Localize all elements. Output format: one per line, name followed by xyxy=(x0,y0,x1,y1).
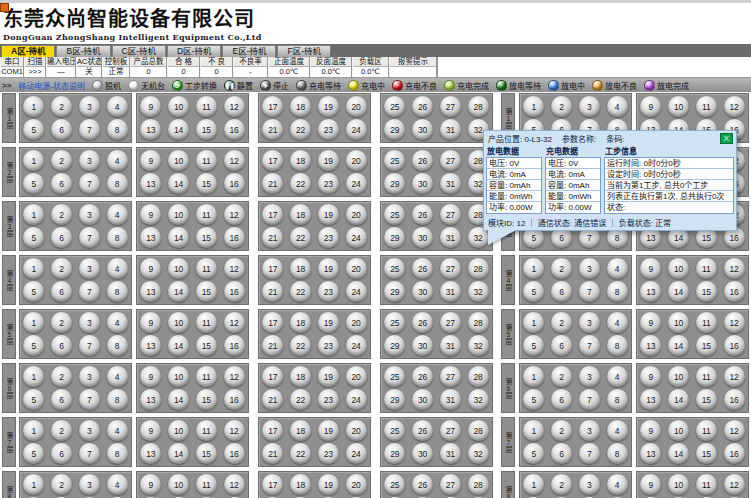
battery-cell[interactable]: 3 xyxy=(579,366,600,387)
battery-cell[interactable]: 11 xyxy=(196,150,217,171)
battery-cell[interactable]: 2 xyxy=(51,474,72,495)
battery-cell[interactable]: 24 xyxy=(346,443,367,464)
battery-cell[interactable]: 32 xyxy=(468,281,489,302)
popup-close-button[interactable]: X xyxy=(720,133,733,144)
battery-cell[interactable]: 12 xyxy=(224,258,245,279)
battery-cell[interactable]: 1 xyxy=(23,96,44,117)
battery-cell[interactable]: 19 xyxy=(318,96,339,117)
battery-cell[interactable]: 5 xyxy=(23,281,44,302)
battery-cell[interactable]: 1 xyxy=(523,366,544,387)
battery-cell[interactable]: 11 xyxy=(696,96,717,117)
battery-cell[interactable]: 19 xyxy=(318,312,339,333)
battery-cell[interactable]: 4 xyxy=(607,312,628,333)
battery-cell[interactable]: 6 xyxy=(551,389,572,410)
battery-cell[interactable]: 6 xyxy=(51,281,72,302)
battery-cell[interactable]: 18 xyxy=(290,420,311,441)
battery-cell[interactable]: 14 xyxy=(668,443,689,464)
battery-cell[interactable]: 8 xyxy=(107,389,128,410)
battery-cell[interactable]: 25 xyxy=(384,258,405,279)
battery-cell[interactable]: 6 xyxy=(551,443,572,464)
tab-zone-4[interactable]: D区-待机 xyxy=(167,45,221,57)
battery-cell[interactable]: 15 xyxy=(196,443,217,464)
battery-cell[interactable]: 18 xyxy=(290,96,311,117)
tab-zone-6[interactable]: F区-待机 xyxy=(277,45,331,57)
battery-cell[interactable]: 2 xyxy=(51,150,72,171)
battery-cell[interactable]: 3 xyxy=(579,474,600,495)
battery-cell[interactable]: 3 xyxy=(579,312,600,333)
battery-cell[interactable]: 10 xyxy=(168,96,189,117)
battery-cell[interactable]: 7 xyxy=(79,173,100,194)
battery-cell[interactable]: 20 xyxy=(346,474,367,495)
battery-cell[interactable]: 2 xyxy=(51,96,72,117)
battery-cell[interactable]: 15 xyxy=(696,389,717,410)
battery-cell[interactable]: 1 xyxy=(23,366,44,387)
battery-cell[interactable]: 2 xyxy=(51,366,72,387)
battery-cell[interactable]: 29 xyxy=(384,389,405,410)
battery-cell[interactable]: 2 xyxy=(551,420,572,441)
battery-cell[interactable]: 26 xyxy=(412,312,433,333)
battery-cell[interactable]: 23 xyxy=(318,443,339,464)
battery-cell[interactable]: 3 xyxy=(79,420,100,441)
battery-cell[interactable]: 2 xyxy=(51,258,72,279)
battery-cell[interactable]: 4 xyxy=(607,420,628,441)
battery-cell[interactable]: 9 xyxy=(140,204,161,225)
battery-cell[interactable]: 31 xyxy=(440,443,461,464)
battery-cell[interactable]: 27 xyxy=(440,312,461,333)
battery-cell[interactable]: 14 xyxy=(168,389,189,410)
battery-cell[interactable]: 11 xyxy=(196,474,217,495)
battery-cell[interactable]: 16 xyxy=(724,443,745,464)
battery-cell[interactable]: 14 xyxy=(668,281,689,302)
battery-cell[interactable]: 17 xyxy=(262,258,283,279)
battery-cell[interactable]: 17 xyxy=(262,204,283,225)
battery-cell[interactable]: 10 xyxy=(668,474,689,495)
battery-cell[interactable]: 25 xyxy=(384,312,405,333)
battery-cell[interactable]: 13 xyxy=(140,173,161,194)
battery-cell[interactable]: 18 xyxy=(290,366,311,387)
battery-cell[interactable]: 28 xyxy=(468,312,489,333)
battery-cell[interactable]: 15 xyxy=(196,389,217,410)
battery-cell[interactable]: 8 xyxy=(107,335,128,356)
battery-cell[interactable]: 5 xyxy=(23,443,44,464)
battery-cell[interactable]: 8 xyxy=(107,227,128,248)
battery-cell[interactable]: 1 xyxy=(523,258,544,279)
battery-cell[interactable]: 10 xyxy=(168,420,189,441)
tab-zone-2[interactable]: B区-待机 xyxy=(56,45,110,57)
battery-cell[interactable]: 6 xyxy=(51,173,72,194)
battery-cell[interactable]: 9 xyxy=(640,96,661,117)
battery-cell[interactable]: 20 xyxy=(346,96,367,117)
battery-cell[interactable]: 24 xyxy=(346,173,367,194)
battery-cell[interactable]: 18 xyxy=(290,204,311,225)
battery-cell[interactable]: 16 xyxy=(224,119,245,140)
battery-cell[interactable]: 3 xyxy=(79,96,100,117)
battery-cell[interactable]: 4 xyxy=(107,258,128,279)
battery-cell[interactable]: 23 xyxy=(318,389,339,410)
battery-cell[interactable]: 11 xyxy=(196,258,217,279)
battery-cell[interactable]: 19 xyxy=(318,258,339,279)
battery-cell[interactable]: 22 xyxy=(290,119,311,140)
battery-cell[interactable]: 28 xyxy=(468,258,489,279)
battery-cell[interactable]: 24 xyxy=(346,335,367,356)
battery-cell[interactable]: 3 xyxy=(579,96,600,117)
battery-cell[interactable]: 18 xyxy=(290,474,311,495)
battery-cell[interactable]: 26 xyxy=(412,474,433,495)
battery-cell[interactable]: 16 xyxy=(224,389,245,410)
battery-cell[interactable]: 14 xyxy=(168,443,189,464)
battery-cell[interactable]: 26 xyxy=(412,204,433,225)
battery-cell[interactable]: 17 xyxy=(262,420,283,441)
battery-cell[interactable]: 13 xyxy=(640,281,661,302)
battery-cell[interactable]: 25 xyxy=(384,204,405,225)
battery-cell[interactable]: 31 xyxy=(440,335,461,356)
battery-cell[interactable]: 5 xyxy=(23,335,44,356)
battery-cell[interactable]: 4 xyxy=(607,474,628,495)
battery-cell[interactable]: 32 xyxy=(468,335,489,356)
battery-cell[interactable]: 21 xyxy=(262,335,283,356)
battery-cell[interactable]: 4 xyxy=(107,96,128,117)
battery-cell[interactable]: 8 xyxy=(107,119,128,140)
battery-cell[interactable]: 18 xyxy=(290,312,311,333)
battery-cell[interactable]: 28 xyxy=(468,96,489,117)
battery-cell[interactable]: 5 xyxy=(523,443,544,464)
battery-cell[interactable]: 6 xyxy=(51,389,72,410)
battery-cell[interactable]: 4 xyxy=(107,150,128,171)
battery-cell[interactable]: 20 xyxy=(346,150,367,171)
battery-cell[interactable]: 30 xyxy=(412,335,433,356)
